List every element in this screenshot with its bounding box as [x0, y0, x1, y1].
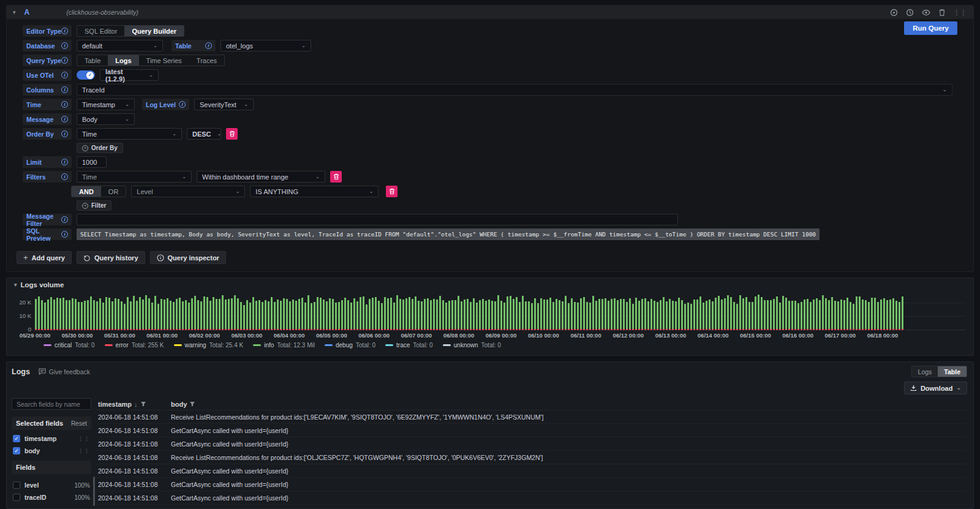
- delete-query-icon[interactable]: [938, 9, 946, 17]
- view-option-logs[interactable]: Logs: [912, 366, 938, 377]
- table-row[interactable]: 2024-06-18 14:51:08GetCartAsync called w…: [96, 464, 967, 478]
- info-icon[interactable]: i: [61, 216, 68, 223]
- database-select[interactable]: default⌄: [77, 40, 163, 51]
- info-icon[interactable]: i: [61, 231, 68, 238]
- add-query-button[interactable]: + Add query: [17, 251, 72, 264]
- table-row[interactable]: 2024-06-18 14:51:08GetCartAsync called w…: [96, 478, 967, 491]
- checkbox-unchecked[interactable]: [13, 481, 20, 489]
- collapse-chevron-icon[interactable]: ▾: [13, 10, 16, 15]
- order-by-field-select[interactable]: Time⌄: [77, 128, 182, 140]
- legend-item-trace[interactable]: traceTotal: 0: [385, 342, 432, 349]
- columns-multiselect[interactable]: TraceId⌄: [77, 84, 952, 96]
- editor-type-option-sql-editor[interactable]: SQL Editor: [77, 26, 124, 36]
- query-type-option-logs[interactable]: Logs: [108, 55, 138, 66]
- volume-bar: [755, 296, 756, 330]
- log-level-select[interactable]: SeverityText⌄: [194, 99, 254, 110]
- disable-query-icon[interactable]: [890, 9, 898, 17]
- eye-icon[interactable]: [922, 9, 930, 17]
- info-icon[interactable]: i: [61, 86, 68, 93]
- volume-bar: [525, 301, 527, 330]
- volume-bar: [347, 300, 349, 330]
- volume-bar: [650, 299, 652, 330]
- info-icon[interactable]: i: [205, 42, 212, 49]
- drag-handle-icon[interactable]: ⋮⋮: [954, 9, 967, 16]
- add-filter-button[interactable]: + Filter: [77, 200, 111, 211]
- query-row-header[interactable]: ▾ A (clickhouse-observability) ⋮⋮: [7, 6, 973, 19]
- query-history-icon[interactable]: [906, 9, 914, 17]
- info-icon[interactable]: i: [61, 130, 68, 137]
- query-inspector-button[interactable]: Query inspector: [150, 251, 226, 264]
- checkbox-checked[interactable]: ✓: [13, 435, 20, 442]
- info-icon[interactable]: i: [179, 101, 186, 108]
- limit-input[interactable]: [77, 156, 107, 168]
- table-row[interactable]: 2024-06-18 14:51:08GetCartAsync called w…: [96, 491, 967, 505]
- order-by-direction-select[interactable]: DESC⌄: [187, 128, 221, 140]
- remove-order-by-button[interactable]: [226, 128, 238, 140]
- filter-funnel-icon[interactable]: [140, 401, 146, 407]
- filter2-operator-select[interactable]: IS ANYTHING⌄: [250, 186, 379, 197]
- conjunction-option-and[interactable]: AND: [72, 186, 101, 197]
- query-type-options: TableLogsTime SeriesTraces: [77, 55, 225, 66]
- run-query-button[interactable]: Run Query: [904, 21, 957, 35]
- download-button[interactable]: Download ⌄: [904, 382, 967, 394]
- checkbox-unchecked[interactable]: [13, 494, 20, 501]
- legend-item-error[interactable]: errorTotal: 255 K: [105, 342, 164, 349]
- table-row[interactable]: 2024-06-18 14:51:08GetCartAsync called w…: [96, 437, 967, 451]
- logs-volume-header[interactable]: ▾ Logs volume: [14, 281, 64, 288]
- table-row[interactable]: 2024-06-18 14:51:08GetCartAsync called w…: [96, 424, 967, 437]
- info-icon[interactable]: i: [61, 72, 68, 78]
- query-history-button[interactable]: Query history: [77, 251, 145, 264]
- volume-bar: [145, 295, 147, 330]
- table-select[interactable]: otel_logs⌄: [221, 40, 311, 51]
- give-feedback-link[interactable]: Give feedback: [39, 368, 90, 375]
- table-row[interactable]: 2024-06-18 14:51:08Receive ListRecommend…: [96, 451, 967, 464]
- otel-version-select[interactable]: latest (1.2.9)⌄: [100, 69, 159, 81]
- volume-bar: [268, 301, 270, 330]
- reset-fields-button[interactable]: Reset: [71, 420, 87, 427]
- info-icon[interactable]: i: [61, 57, 68, 64]
- x-tick-label: 06/03 00:00: [232, 332, 263, 339]
- legend-item-unknown[interactable]: unknownTotal: 0: [443, 342, 501, 349]
- body-column-header[interactable]: body: [171, 401, 195, 408]
- volume-bar: [115, 298, 116, 330]
- sort-desc-icon[interactable]: ↓: [134, 401, 138, 408]
- query-type-option-table[interactable]: Table: [77, 55, 108, 66]
- legend-item-info[interactable]: infoTotal: 12.3 Mil: [253, 342, 315, 349]
- time-column-select[interactable]: Timestamp⌄: [77, 99, 135, 110]
- message-filter-input[interactable]: [77, 214, 678, 225]
- filter-funnel-icon[interactable]: [189, 401, 195, 407]
- info-icon[interactable]: i: [61, 173, 68, 180]
- remove-filter2-button[interactable]: [386, 186, 398, 197]
- volume-bar: [154, 296, 156, 330]
- info-icon[interactable]: i: [61, 42, 68, 49]
- query-type-option-time-series[interactable]: Time Series: [139, 55, 189, 66]
- timestamp-column-header[interactable]: timestamp ↓: [96, 401, 171, 408]
- volume-bar: [427, 298, 429, 330]
- legend-item-critical[interactable]: criticalTotal: 0: [43, 342, 95, 349]
- legend-item-debug[interactable]: debugTotal: 0: [325, 342, 375, 349]
- message-column-select[interactable]: Body⌄: [77, 113, 135, 125]
- drag-handle-icon[interactable]: ⋮⋮: [78, 448, 90, 454]
- view-option-table[interactable]: Table: [938, 366, 967, 377]
- filter-operator-select[interactable]: Within dashboard time range⌄: [197, 171, 325, 183]
- conjunction-option-or[interactable]: OR: [101, 186, 126, 197]
- remove-filter-button[interactable]: [330, 171, 342, 183]
- use-otel-toggle[interactable]: ✓: [77, 70, 95, 80]
- legend-item-warning[interactable]: warningTotal: 25.4 K: [174, 342, 244, 349]
- query-type-option-traces[interactable]: Traces: [189, 55, 224, 66]
- info-icon[interactable]: i: [61, 28, 68, 34]
- drag-handle-icon[interactable]: ⋮⋮: [78, 435, 90, 442]
- info-icon[interactable]: i: [61, 101, 68, 108]
- checkbox-checked[interactable]: ✓: [13, 447, 20, 454]
- filter2-field-select[interactable]: Level⌄: [131, 186, 245, 197]
- table-row[interactable]: 2024-06-18 14:51:08Receive ListRecommend…: [96, 505, 967, 509]
- scrollbar[interactable]: [93, 477, 95, 506]
- editor-type-option-query-builder[interactable]: Query Builder: [124, 26, 184, 36]
- search-fields-input[interactable]: [12, 398, 91, 410]
- info-icon[interactable]: i: [61, 159, 68, 165]
- info-icon[interactable]: i: [61, 116, 68, 123]
- table-row[interactable]: 2024-06-18 14:51:08Receive ListRecommend…: [96, 410, 967, 424]
- add-order-by-button[interactable]: + Order By: [77, 143, 123, 153]
- volume-bar: [458, 296, 459, 330]
- filter-field-select[interactable]: Time⌄: [77, 171, 192, 183]
